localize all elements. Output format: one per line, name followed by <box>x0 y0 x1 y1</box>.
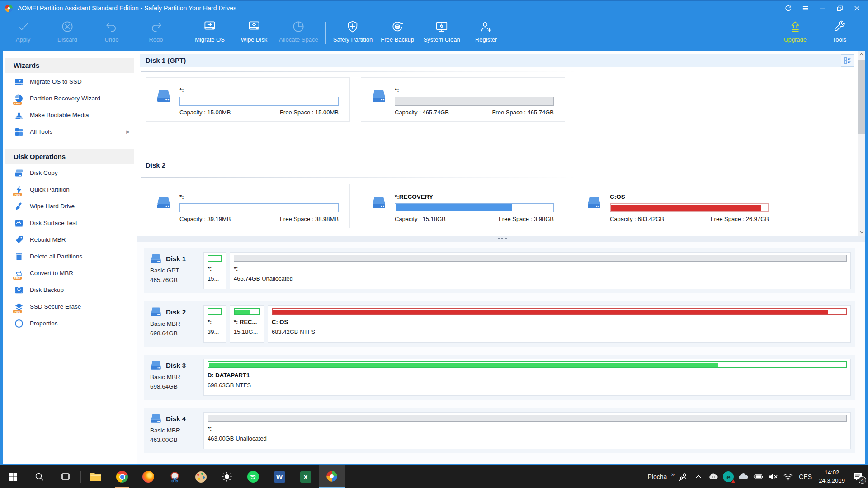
view-mode-toggle-icon[interactable] <box>841 54 854 67</box>
migrate-os-button[interactable]: Migrate OS <box>188 15 232 51</box>
screenshot-tool-button[interactable] <box>161 465 188 488</box>
cloud-app-icon[interactable] <box>708 471 719 483</box>
main-content: Disk 1 (GPT) *: Capacity : 15.00MB Free … <box>137 51 865 464</box>
battery-charging-icon[interactable] <box>752 471 764 483</box>
sidebar-item-disk-surface-test[interactable]: Disk Surface Test <box>3 215 137 231</box>
upgrade-button[interactable]: Upgrade <box>773 15 817 51</box>
disk-row-1[interactable]: Disk 1 Basic GPT 465.76GB *: 15... <box>144 248 855 293</box>
sidebar-item-make-bootable-media[interactable]: Make Bootable Media <box>3 107 137 123</box>
all-tools-grid-icon <box>14 127 24 136</box>
windows-logo-icon <box>8 472 18 482</box>
redo-button[interactable]: Redo <box>134 15 178 51</box>
panel-splitter[interactable] <box>137 236 865 242</box>
file-explorer-button[interactable] <box>83 465 109 488</box>
action-center-button[interactable]: 4 <box>850 469 865 484</box>
spotify-button[interactable] <box>240 465 266 488</box>
partition-block[interactable]: *: 39... <box>203 305 226 343</box>
register-button[interactable]: Register <box>464 15 508 51</box>
hidden-icons-chevron-icon[interactable] <box>693 471 704 483</box>
eset-icon[interactable]: e <box>722 471 734 483</box>
partition-usage-bar <box>179 203 339 212</box>
partition-capacity: Capacity : 465.74GB <box>395 109 449 116</box>
partition-label: *: <box>234 265 847 272</box>
allocate-space-button[interactable]: Allocate Space <box>276 15 321 51</box>
tools-button[interactable]: Tools <box>817 15 862 51</box>
settings-sun-app-button[interactable] <box>214 465 240 488</box>
refresh-icon[interactable] <box>779 1 797 15</box>
discard-button[interactable]: Discard <box>45 15 90 51</box>
partition-card-disk2-p2[interactable]: *:RECOVERY Capacity : 15.18GB Free Space… <box>361 184 565 228</box>
system-tray: Plocha » e <box>639 465 868 488</box>
word-button[interactable]: W <box>266 465 292 488</box>
wifi-icon[interactable] <box>782 471 794 483</box>
toolbar-expand-chevron-icon[interactable]: » <box>671 471 675 478</box>
start-button[interactable] <box>0 465 26 488</box>
partition-card-disk1-p2[interactable]: *: Capacity : 465.74GB Free Space : 465.… <box>361 77 565 122</box>
clock[interactable]: 14:02 24.3.2019 <box>817 469 847 484</box>
sidebar-item-convert-to-mbr[interactable]: PRO Convert to MBR <box>3 265 137 282</box>
toolbar-drag-handle[interactable] <box>639 472 642 482</box>
disk-icon <box>150 413 162 424</box>
partition-label: *: <box>179 87 184 94</box>
splitter-handle-icon <box>501 238 503 239</box>
sidebar-item-all-tools[interactable]: All Tools ▶ <box>3 123 137 140</box>
sidebar-item-properties[interactable]: Properties <box>3 315 137 332</box>
vertical-scrollbar[interactable] <box>858 51 865 236</box>
partition-free-space: Free Space : 15.00MB <box>280 109 339 116</box>
disk-row-2[interactable]: Disk 2 Basic MBR 698.64GB *: 39... <box>144 301 855 347</box>
aomei-taskbar-button[interactable] <box>319 465 345 488</box>
sidebar-section-disk-operations: Disk Operations Disk Copy PRO Quick Part… <box>3 149 137 332</box>
partition-card-disk1-p1[interactable]: *: Capacity : 15.00MB Free Space : 15.00… <box>146 77 350 122</box>
sidebar-item-delete-all-partitions[interactable]: Delete all Partitions <box>3 248 137 265</box>
scrollbar-thumb[interactable] <box>858 60 865 134</box>
partition-block[interactable]: *: REC... 15.18G... <box>230 305 264 343</box>
firefox-button[interactable] <box>135 465 161 488</box>
close-icon[interactable] <box>848 1 865 15</box>
safely-partition-button[interactable]: Safely Partition <box>330 15 375 51</box>
onedrive-icon[interactable] <box>737 471 749 483</box>
minimize-icon[interactable] <box>814 1 831 15</box>
scroll-down-icon[interactable] <box>858 228 865 236</box>
paint-app-button[interactable] <box>188 465 214 488</box>
sidebar-item-wipe-hard-drive[interactable]: Wipe Hard Drive <box>3 198 137 215</box>
undo-button[interactable]: Undo <box>90 15 134 51</box>
excel-button[interactable]: X <box>292 465 319 488</box>
partition-block[interactable]: *: 465.74GB Unallocated <box>230 252 851 289</box>
partition-label: *: REC... <box>234 319 260 325</box>
volume-muted-icon[interactable] <box>767 471 779 483</box>
disk-info: Disk 1 Basic GPT 465.76GB <box>144 248 203 293</box>
migrate-ssd-icon <box>14 77 24 86</box>
desktop-toolbar-label[interactable]: Plocha <box>647 473 668 480</box>
partition-block[interactable]: *: 463.00GB Unallocated <box>203 412 851 449</box>
disk1-group-header[interactable]: Disk 1 (GPT) <box>140 54 841 67</box>
free-backup-button[interactable]: Free Backup <box>375 15 420 51</box>
maximize-restore-icon[interactable] <box>831 1 848 15</box>
sidebar-item-ssd-secure-erase[interactable]: PRO SSD Secure Erase <box>3 298 137 315</box>
people-icon[interactable] <box>678 471 689 483</box>
task-view-button[interactable] <box>52 465 79 488</box>
partition-block[interactable]: D: DATAPART1 698.63GB NTFS <box>203 359 851 396</box>
sidebar-item-rebuild-mbr[interactable]: Rebuild MBR <box>3 231 137 248</box>
clock-date: 24.3.2019 <box>819 477 845 485</box>
partition-block[interactable]: C: OS 683.42GB NTFS <box>268 305 851 343</box>
partition-card-disk2-p3[interactable]: C:OS Capacity : 683.42GB Free Space : 26… <box>576 184 780 228</box>
language-indicator[interactable]: CES <box>797 473 814 480</box>
drive-icon <box>371 196 387 210</box>
wipe-disk-button[interactable]: Wipe Disk <box>232 15 276 51</box>
search-button[interactable] <box>26 465 52 488</box>
sidebar-item-disk-backup[interactable]: Disk Backup <box>3 282 137 298</box>
sidebar-item-partition-recovery-wizard[interactable]: PRO Partition Recovery Wizard <box>3 90 137 107</box>
scroll-up-icon[interactable] <box>858 51 865 58</box>
disk-row-4[interactable]: Disk 4 Basic MBR 463.00GB *: 463.00GB Un… <box>144 408 855 453</box>
partition-card-disk2-p1[interactable]: *: Capacity : 39.19MB Free Space : 38.98… <box>146 184 350 228</box>
system-clean-button[interactable]: System Clean <box>420 15 464 51</box>
drive-icon <box>156 89 171 103</box>
sidebar-item-quick-partition[interactable]: PRO Quick Partition <box>3 181 137 198</box>
apply-button[interactable]: Apply <box>1 15 45 51</box>
menu-icon[interactable] <box>797 1 814 15</box>
sidebar-item-migrate-os-to-ssd[interactable]: Migrate OS to SSD <box>3 73 137 90</box>
sidebar-item-disk-copy[interactable]: Disk Copy <box>3 164 137 181</box>
chrome-button[interactable] <box>109 465 135 488</box>
disk-row-3[interactable]: Disk 3 Basic MBR 698.64GB D: DATAPART1 6… <box>144 355 855 400</box>
partition-block[interactable]: *: 15... <box>203 252 226 289</box>
